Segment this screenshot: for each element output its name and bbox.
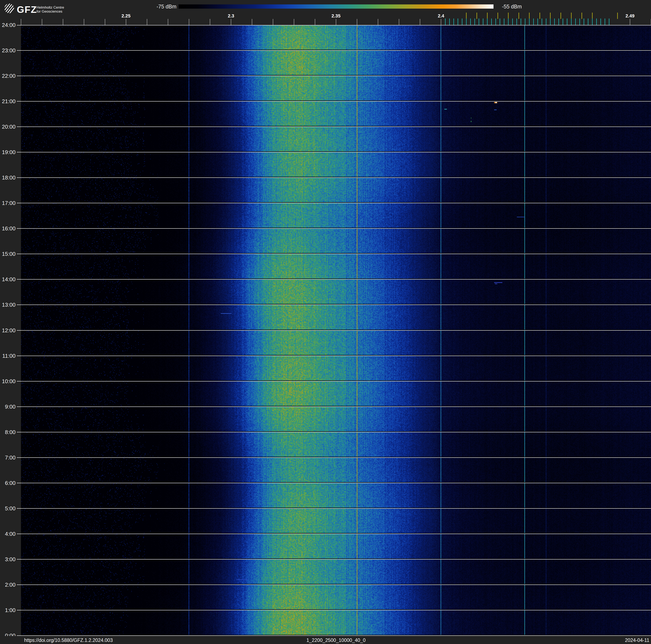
freq-tick: [315, 19, 315, 25]
time-label: 2:00: [0, 582, 16, 588]
time-label: 7:00: [0, 455, 16, 461]
spectrogram-plot: [21, 25, 651, 636]
wifi-channel-tick: [476, 12, 477, 19]
wifi-channel-tick: [592, 12, 593, 19]
time-label: 11:00: [0, 353, 16, 359]
ble-channel-tick: [604, 19, 605, 25]
freq-tick: [441, 19, 441, 25]
time-label: 9:00: [0, 404, 16, 410]
freq-tick: [63, 19, 63, 25]
ble-channel-tick: [529, 19, 530, 25]
wifi-channel-tick: [571, 12, 571, 19]
time-label: 23:00: [0, 47, 16, 54]
time-label: 4:00: [0, 531, 16, 537]
freq-tick: [252, 19, 252, 25]
freq-tick: [168, 19, 168, 25]
freq-label: 2.3: [220, 13, 242, 19]
ble-channel-tick: [491, 19, 492, 25]
ble-channel-tick: [575, 19, 576, 25]
ble-channel-tick: [541, 19, 542, 25]
freq-tick: [147, 19, 147, 25]
freq-tick: [21, 19, 21, 25]
ble-channel-tick: [487, 19, 488, 25]
freq-tick: [336, 19, 336, 25]
ble-channel-tick: [567, 19, 567, 25]
wifi-channel-tick: [487, 12, 488, 19]
ble-channel-tick: [495, 19, 496, 25]
freq-tick: [294, 19, 294, 25]
ble-channel-tick: [517, 19, 517, 25]
frequency-axis: 2.252.32.352.42.49: [0, 0, 651, 25]
freq-tick: [105, 19, 105, 25]
ble-channel-tick: [563, 19, 563, 25]
ble-channel-tick: [600, 19, 601, 25]
freq-tick: [210, 19, 210, 25]
time-label: 1:00: [0, 607, 16, 613]
time-label: 12:00: [0, 327, 16, 333]
ble-channel-tick: [609, 19, 610, 25]
time-label: 6:00: [0, 480, 16, 486]
ble-channel-tick: [504, 19, 504, 25]
wifi-channel-tick: [582, 12, 582, 19]
footer: https://doi.org/10.5880/GFZ.1.2.2024.003…: [0, 636, 651, 644]
time-label: 20:00: [0, 124, 16, 130]
ble-channel-tick: [525, 19, 525, 25]
doi-link[interactable]: https://doi.org/10.5880/GFZ.1.2.2024.003: [24, 638, 113, 643]
freq-tick: [399, 19, 399, 25]
time-label: 19:00: [0, 149, 16, 155]
time-label: 21:00: [0, 98, 16, 105]
ble-channel-tick: [546, 19, 547, 25]
ble-channel-tick: [462, 19, 462, 25]
ble-channel-tick: [508, 19, 508, 25]
ble-channel-tick: [466, 19, 467, 25]
freq-tick: [42, 19, 42, 25]
time-label: 10:00: [0, 378, 16, 384]
time-label: 8:00: [0, 429, 16, 435]
freq-tick: [273, 19, 273, 25]
freq-tick: [357, 19, 357, 25]
ble-channel-tick: [483, 19, 484, 25]
ble-channel-tick: [445, 19, 445, 25]
ble-channel-tick: [533, 19, 534, 25]
freq-tick: [420, 19, 420, 25]
freq-label: 2.49: [620, 13, 641, 19]
freq-tick: [378, 19, 378, 25]
ble-channel-tick: [470, 19, 471, 25]
ble-channel-tick: [521, 19, 521, 25]
ble-channel-tick: [474, 19, 475, 25]
freq-tick: [189, 19, 189, 25]
wifi-channel-tick: [617, 12, 618, 19]
time-axis: 24:0023:0022:0021:0020:0019:0018:0017:00…: [0, 0, 17, 644]
freq-label: 2.4: [431, 13, 452, 19]
ble-channel-tick: [558, 19, 559, 25]
wifi-channel-tick: [466, 12, 467, 19]
wifi-channel-tick: [519, 12, 519, 19]
wifi-channel-tick: [539, 12, 540, 19]
time-label: 22:00: [0, 73, 16, 79]
ble-channel-tick: [454, 19, 454, 25]
ble-channel-tick: [458, 19, 458, 25]
wifi-channel-tick: [508, 12, 508, 19]
time-label: 15:00: [0, 251, 16, 257]
dataset-id: 1_2200_2500_10000_40_0: [283, 638, 389, 643]
freq-tick: [231, 19, 231, 25]
ble-channel-tick: [571, 19, 571, 25]
ble-channel-tick: [596, 19, 597, 25]
time-label: 5:00: [0, 505, 16, 511]
time-label: 13:00: [0, 302, 16, 308]
ble-channel-tick: [584, 19, 584, 25]
ble-channel-tick: [478, 19, 479, 25]
ble-channel-tick: [500, 19, 500, 25]
ble-channel-tick: [554, 19, 555, 25]
freq-label: 2.35: [326, 13, 346, 19]
freq-tick: [84, 19, 84, 25]
ble-channel-tick: [588, 19, 588, 25]
spectrogram-canvas: [21, 25, 651, 636]
time-label: 16:00: [0, 225, 16, 232]
time-label: 24:00: [0, 22, 16, 28]
wifi-channel-tick: [529, 12, 530, 19]
ble-channel-tick: [449, 19, 450, 25]
ble-channel-tick: [537, 19, 538, 25]
ble-channel-tick: [550, 19, 551, 25]
date-label: 2024-04-11: [625, 638, 649, 643]
